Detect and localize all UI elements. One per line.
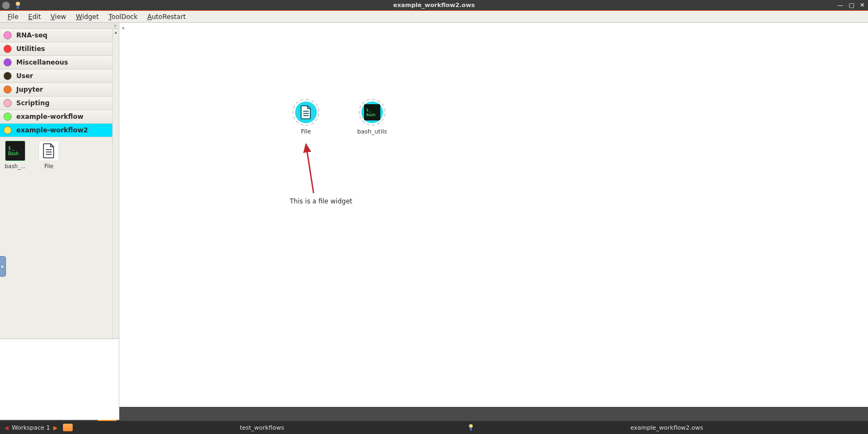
scroll-up-icon[interactable]: ▴ [113,29,119,35]
sidebar-category-example-workflow[interactable]: example-workflow [0,110,119,124]
category-icon [0,83,15,97]
category-label: Jupyter [15,86,43,93]
workflow-canvas[interactable]: « File [119,23,868,407]
svg-point-3 [4,45,11,53]
annotation-text[interactable]: This is a file widget [290,197,352,206]
category-icon [0,69,15,83]
svg-point-4 [4,59,11,66]
svg-point-6 [4,86,11,93]
menu-autorestart[interactable]: AutoRestart [143,12,190,22]
category-icon [0,124,15,137]
category-label: Miscellaneous [15,59,68,66]
category-label: example-workflow2 [15,126,88,134]
svg-point-9 [4,126,11,134]
svg-point-7 [4,99,11,107]
app-icon [467,423,475,432]
taskbar-item-app[interactable] [460,421,484,434]
menu-view[interactable]: View [46,12,70,22]
sidebar-category-rna-seq[interactable]: RNA-seq [0,29,119,42]
sidebar-widget-file[interactable]: File [36,141,62,169]
canvas-toolbar: i T ? [0,407,868,421]
maximize-button[interactable]: ▢ [848,2,854,9]
window-titlebar: example_workflow2.ows — ▢ ✕ [0,0,868,11]
svg-point-2 [4,31,11,39]
sidebar-category-user[interactable]: User [0,69,119,83]
svg-point-0 [16,2,20,6]
bash-icon: $ _Bash [5,141,25,161]
svg-text:$ _: $ _ [8,146,15,151]
menubar: File Edit View Widget ToolDock AutoResta… [0,11,868,23]
category-icon [0,56,15,69]
svg-rect-27 [470,427,472,430]
minimize-button[interactable]: — [837,2,843,9]
file-icon [39,141,59,161]
category-label: Scripting [15,99,49,107]
category-label: Utilities [15,45,45,53]
svg-point-26 [469,424,473,428]
category-label: RNA-seq [15,31,47,39]
sidebar-collapse-handle[interactable]: « [0,23,119,29]
sidebar-category-miscellaneous[interactable]: Miscellaneous [0,56,119,69]
close-button[interactable]: ✕ [860,2,865,9]
category-icon [0,97,15,110]
menu-tooldock[interactable]: ToolDock [104,12,142,22]
workspace-next-icon[interactable]: ▶ [53,425,58,431]
svg-line-20 [306,144,314,193]
category-icon [0,110,15,124]
category-icon [0,29,15,42]
app-icon [13,1,23,10]
svg-text:Bash: Bash [8,151,19,156]
annotation-arrow-icon [119,23,445,240]
svg-rect-1 [17,5,20,9]
taskbar-item-example-workflow2[interactable]: example_workflow2.ows [624,421,710,434]
window-title: example_workflow2.ows [393,2,475,9]
sidebar-category-jupyter[interactable]: Jupyter [0,83,119,97]
taskbar-item-test-workflows[interactable]: test_workflows [233,421,291,434]
category-label: example-workflow [15,113,84,120]
sidebar-category-scripting[interactable]: Scripting [0,97,119,110]
titlebar-dot-icon [2,2,10,9]
menu-widget[interactable]: Widget [72,12,103,22]
sidebar-category-utilities[interactable]: Utilities [0,42,119,56]
sidebar-widget-label: bash_... [5,163,26,169]
sidebar-category-example-workflow2[interactable]: example-workflow2 [0,124,119,137]
sidebar-widget-bash[interactable]: $ _Bashbash_... [2,141,28,169]
category-label: User [15,72,33,80]
workspace-prev-icon[interactable]: ◀ [4,425,9,431]
log-panel [0,339,119,420]
category-icon [0,42,15,56]
workspace-label[interactable]: Workspace 1 [12,424,50,431]
os-taskbar: ◀ Workspace 1 ▶ test_workflows example_w… [0,421,868,434]
sidebar-widget-label: File [44,163,54,169]
svg-point-5 [4,72,11,80]
taskbar-files-icon[interactable] [63,424,73,431]
menu-edit[interactable]: Edit [24,12,45,22]
menu-file[interactable]: File [3,12,23,22]
svg-point-8 [4,113,11,120]
sidebar-expand-handle[interactable]: ▸ [0,256,6,277]
